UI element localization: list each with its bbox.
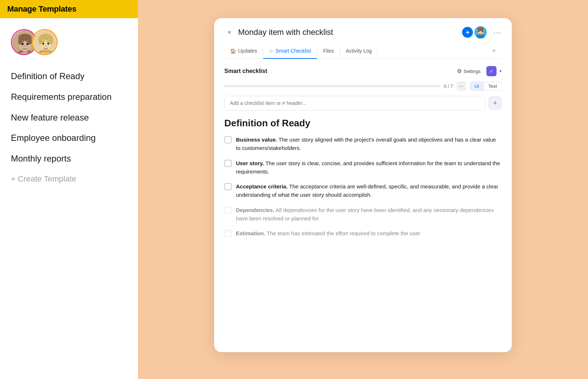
svg-point-18	[43, 49, 49, 53]
view-toggle: UI Text	[470, 82, 502, 91]
checkbox-estimation[interactable]	[224, 230, 232, 237]
checklist-item-dependencies: Dependencies. All dependencies for the u…	[224, 206, 502, 223]
item-bold-acceptance-criteria: Acceptance criteria.	[236, 183, 288, 190]
item-bold-user-story: User story.	[236, 160, 264, 166]
settings-icon: ⚙	[457, 68, 462, 74]
add-item-row: +	[224, 96, 502, 110]
item-text-dependencies: Dependencies. All dependencies for the u…	[236, 206, 502, 223]
card-header: × Monday item with checklist +	[214, 18, 512, 59]
sidebar-item-new-feature-release[interactable]: New feature release	[11, 107, 127, 128]
home-icon: 🏠	[230, 48, 236, 54]
svg-point-22	[477, 34, 485, 39]
sidebar-item-definition-of-ready[interactable]: Definition of Ready	[11, 66, 127, 87]
checklist-toolbar-right: ⚙ Settings ✓ ▾	[454, 66, 502, 76]
settings-button[interactable]: ⚙ Settings	[454, 66, 483, 76]
checkbox-dependencies[interactable]	[224, 207, 232, 214]
main-area: × Monday item with checklist +	[138, 0, 588, 379]
svg-point-8	[21, 43, 24, 45]
sidebar-avatars	[0, 18, 138, 62]
tab-updates[interactable]: 🏠 Updates	[224, 44, 263, 59]
item-body-dependencies: All dependencies for the user story have…	[236, 207, 494, 221]
progress-label: 0 / 7	[444, 83, 453, 89]
checkbox-user-story[interactable]	[224, 160, 232, 167]
svg-point-26	[482, 30, 483, 32]
section-heading: Definition of Ready	[224, 118, 502, 129]
svg-point-6	[18, 37, 22, 45]
item-text-business-value: Business value. The user story aligned w…	[236, 135, 502, 152]
item-body-user-story: The user story is clear, concise, and pr…	[236, 160, 500, 175]
checkbox-business-value[interactable]	[224, 136, 232, 143]
card-top-bar: × Monday item with checklist +	[224, 25, 502, 39]
item-body-estimation: The team has estimated the effort requir…	[267, 230, 420, 236]
svg-point-20	[48, 42, 49, 45]
check-icon: ✓	[489, 68, 494, 74]
add-member-button[interactable]: +	[462, 27, 473, 38]
avatar-2	[32, 29, 58, 55]
item-bold-business-value: Business value.	[236, 136, 277, 143]
checklist-item-estimation: Estimation. The team has estimated the e…	[224, 229, 502, 237]
sidebar-header: Manage Templates	[0, 0, 138, 18]
add-item-input[interactable]	[224, 96, 486, 110]
card-avatar	[474, 25, 487, 39]
checklist-section-title: Smart checklist	[224, 68, 267, 74]
checkbox-acceptance-criteria[interactable]	[224, 183, 232, 190]
item-text-estimation: Estimation. The team has estimated the e…	[236, 229, 420, 237]
tab-separator-4	[377, 48, 378, 55]
sidebar-nav: Definition of Ready Requirements prepara…	[0, 62, 138, 192]
card-actions: + ···	[462, 25, 502, 39]
sidebar: Manage Templates	[0, 0, 138, 379]
star-icon: ☆	[269, 48, 273, 54]
create-template-button[interactable]: + Create Template	[11, 169, 127, 189]
checklist-area: Smart checklist ⚙ Settings ✓ ▾ 0	[214, 59, 512, 352]
svg-point-19	[42, 42, 44, 45]
item-bold-dependencies: Dependencies.	[236, 207, 274, 213]
close-button[interactable]: ×	[224, 27, 234, 37]
more-options-button[interactable]: ···	[493, 28, 502, 37]
checklist-app-icon: ✓	[486, 66, 497, 76]
svg-point-24	[478, 27, 483, 31]
view-text-button[interactable]: Text	[484, 82, 501, 90]
sidebar-item-requirements-preparation[interactable]: Requirements preparation	[11, 87, 127, 107]
item-text-user-story: User story. The user story is clear, con…	[236, 159, 502, 176]
view-ui-button[interactable]: UI	[470, 82, 484, 90]
sidebar-title: Manage Templates	[7, 4, 76, 14]
tab-files[interactable]: Files	[317, 44, 340, 59]
checklist-card: × Monday item with checklist +	[214, 18, 512, 352]
tab-smart-checklist[interactable]: ☆ Smart Checklist	[263, 44, 317, 59]
sidebar-item-monthly-reports[interactable]: Monthly reports	[11, 148, 127, 169]
add-tab-button[interactable]: +	[486, 44, 502, 58]
add-item-button[interactable]: +	[489, 97, 502, 110]
svg-point-25	[478, 30, 479, 32]
tabs: 🏠 Updates ☆ Smart Checklist Files Activi…	[224, 44, 502, 59]
card-avatar-svg	[474, 25, 487, 39]
sidebar-item-employee-onboarding[interactable]: Employee onboarding	[11, 128, 127, 148]
checklist-toolbar: Smart checklist ⚙ Settings ✓ ▾	[224, 66, 502, 76]
item-text-acceptance-criteria: Acceptance criteria. The acceptance crit…	[236, 182, 502, 199]
progress-bar	[224, 85, 440, 87]
progress-more-button[interactable]: ···	[457, 81, 466, 91]
checklist-item-acceptance-criteria: Acceptance criteria. The acceptance crit…	[224, 182, 502, 199]
checklist-item-business-value: Business value. The user story aligned w…	[224, 135, 502, 152]
item-bold-estimation: Estimation.	[236, 230, 265, 236]
checklist-chevron-button[interactable]: ▾	[499, 69, 502, 74]
svg-point-16	[38, 36, 42, 45]
progress-row: 0 / 7 ··· UI Text	[224, 81, 502, 91]
checklist-item-user-story: User story. The user story is clear, con…	[224, 159, 502, 176]
avatar-2-svg	[33, 30, 58, 55]
svg-point-9	[26, 43, 29, 45]
svg-point-17	[49, 36, 53, 45]
tab-activity-log[interactable]: Activity Log	[340, 44, 378, 59]
card-title: Monday item with checklist	[238, 28, 462, 37]
